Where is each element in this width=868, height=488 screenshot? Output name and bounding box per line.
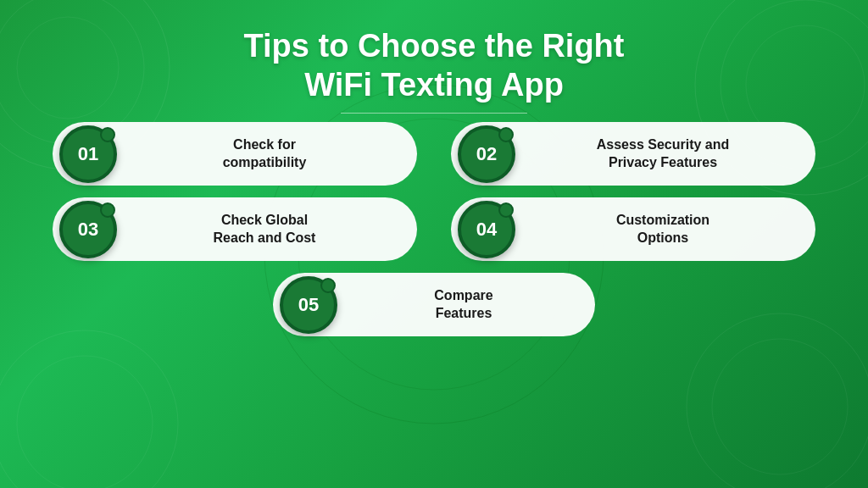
- tip-number-05: 05: [298, 294, 319, 316]
- tip-card-05: 05 CompareFeatures: [273, 273, 595, 336]
- tip-number-circle-01: 01: [59, 125, 117, 183]
- tips-row-2: 03 Check GlobalReach and Cost 04 Customi…: [53, 197, 815, 261]
- tip-number-02: 02: [476, 143, 497, 165]
- tip-card-04: 04 CustomizationOptions: [451, 197, 815, 261]
- header-section: Tips to Choose the Right WiFi Texting Ap…: [244, 0, 625, 114]
- tip-label-03: Check GlobalReach and Cost: [129, 212, 400, 247]
- cards-container: 01 Check forcompatibility 02 Assess Secu…: [27, 122, 841, 336]
- page-background: Tips to Choose the Right WiFi Texting Ap…: [0, 0, 868, 488]
- tip-number-circle-05: 05: [280, 276, 337, 334]
- tip-label-04: CustomizationOptions: [527, 212, 798, 247]
- tip-number-circle-03: 03: [59, 201, 117, 258]
- tip-number-03: 03: [78, 219, 98, 241]
- tip-number-circle-04: 04: [458, 201, 515, 258]
- svg-point-9: [712, 339, 848, 474]
- tip-number-01: 01: [78, 143, 98, 165]
- tip-card-02: 02 Assess Security andPrivacy Features: [451, 122, 815, 186]
- svg-point-2: [17, 17, 119, 119]
- tip-card-01: 01 Check forcompatibility: [53, 122, 417, 186]
- svg-point-8: [687, 313, 868, 488]
- page-title: Tips to Choose the Right WiFi Texting Ap…: [244, 27, 625, 104]
- tip-number-04: 04: [476, 219, 497, 241]
- title-divider: [341, 113, 527, 114]
- tip-number-circle-02: 02: [458, 125, 515, 183]
- tip-label-01: Check forcompatibility: [129, 136, 400, 172]
- tips-row-1: 01 Check forcompatibility 02 Assess Secu…: [53, 122, 815, 186]
- svg-point-6: [0, 330, 178, 488]
- tip-label-02: Assess Security andPrivacy Features: [527, 136, 798, 172]
- tip-label-05: CompareFeatures: [349, 287, 578, 323]
- tips-row-3: 05 CompareFeatures: [53, 273, 815, 336]
- svg-point-7: [17, 356, 153, 488]
- tip-card-03: 03 Check GlobalReach and Cost: [53, 197, 417, 261]
